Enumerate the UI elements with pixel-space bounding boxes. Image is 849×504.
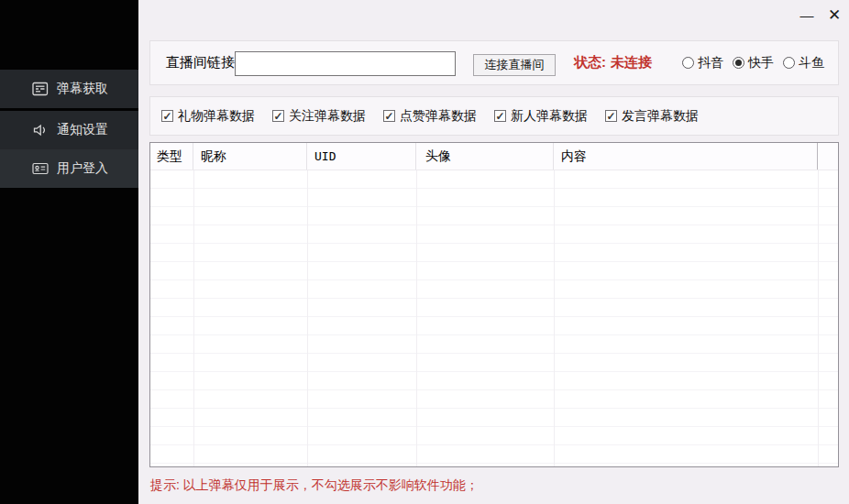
radio-douyin[interactable]: 抖音 <box>682 55 723 71</box>
column-header-content[interactable]: 内容 <box>554 143 818 170</box>
sidebar: 弹幕获取 通知设置 用户登入 <box>0 0 138 504</box>
column-header-type[interactable]: 类型 <box>150 143 193 170</box>
column-gridline <box>554 170 555 466</box>
column-gridline <box>307 170 308 466</box>
app-window: { "window": { "minimize_icon": "—", "clo… <box>0 0 849 504</box>
checkbox-label: 关注弹幕数据 <box>289 108 366 125</box>
checkbox-icon: ✓ <box>605 110 617 122</box>
column-gridline <box>416 170 417 466</box>
footer-hint: 提示: 以上弹幕仅用于展示，不勾选展示不影响软件功能； <box>150 477 479 494</box>
checkbox-label: 礼物弹幕数据 <box>178 108 255 125</box>
checkbox-label: 发言弹幕数据 <box>622 108 699 125</box>
live-link-input[interactable] <box>235 51 456 76</box>
minimize-button[interactable]: — <box>792 2 821 27</box>
status-value: 未连接 <box>611 54 652 71</box>
checkbox-label: 新人弹幕数据 <box>511 108 588 125</box>
status-label: 状态: <box>574 54 606 71</box>
sidebar-item-label: 通知设置 <box>57 122 108 138</box>
sidebar-item-label: 弹幕获取 <box>57 81 108 97</box>
table-body[interactable] <box>150 170 838 466</box>
radio-douyu[interactable]: 斗鱼 <box>783 55 824 71</box>
sidebar-item-notify-settings[interactable]: 通知设置 <box>0 111 138 149</box>
radio-label: 快手 <box>748 55 774 71</box>
checkbox-icon: ✓ <box>161 110 173 122</box>
table-header: 类型 昵称 UID 头像 内容 <box>150 143 838 170</box>
radio-label: 抖音 <box>698 55 723 71</box>
checkbox-follow-danmaku[interactable]: ✓ 关注弹幕数据 <box>272 108 366 125</box>
column-header-filler <box>818 143 838 170</box>
sidebar-item-danmaku-capture[interactable]: 弹幕获取 <box>0 70 138 108</box>
speaker-icon <box>32 123 49 137</box>
platform-radio-group: 抖音 快手 斗鱼 <box>682 41 824 84</box>
checkbox-gift-danmaku[interactable]: ✓ 礼物弹幕数据 <box>161 108 255 125</box>
checkbox-chat-danmaku[interactable]: ✓ 发言弹幕数据 <box>605 108 699 125</box>
connection-panel: 直播间链接: 连接直播间 状态: 未连接 抖音 快手 斗鱼 <box>149 40 839 85</box>
radio-label: 斗鱼 <box>799 55 824 71</box>
checkbox-label: 点赞弹幕数据 <box>400 108 477 125</box>
column-header-avatar[interactable]: 头像 <box>416 143 554 170</box>
column-header-nickname[interactable]: 昵称 <box>193 143 307 170</box>
column-gridline <box>193 170 194 466</box>
checkbox-icon: ✓ <box>272 110 284 122</box>
radio-circle-icon <box>682 57 694 69</box>
sidebar-item-label: 用户登入 <box>57 160 108 177</box>
sidebar-item-user-login[interactable]: 用户登入 <box>0 149 138 188</box>
id-card-icon <box>32 161 49 176</box>
checkbox-icon: ✓ <box>494 110 506 122</box>
close-icon: ✕ <box>828 5 841 25</box>
checkbox-icon: ✓ <box>383 110 395 122</box>
radio-circle-icon <box>733 57 744 69</box>
radio-circle-icon <box>783 57 795 69</box>
live-link-label: 直播间链接: <box>166 41 238 84</box>
checkbox-like-danmaku[interactable]: ✓ 点赞弹幕数据 <box>383 108 477 125</box>
minimize-icon: — <box>800 7 814 23</box>
checkbox-newcomer-danmaku[interactable]: ✓ 新人弹幕数据 <box>494 108 588 125</box>
connect-room-button[interactable]: 连接直播间 <box>473 54 556 76</box>
danmaku-list-icon <box>32 82 49 96</box>
column-gridline <box>818 170 819 466</box>
connection-status: 状态: 未连接 <box>574 41 652 84</box>
radio-kuaishou[interactable]: 快手 <box>733 55 774 71</box>
filter-panel: ✓ 礼物弹幕数据 ✓ 关注弹幕数据 ✓ 点赞弹幕数据 ✓ 新人弹幕数据 ✓ 发言… <box>149 96 839 136</box>
danmaku-table: 类型 昵称 UID 头像 内容 <box>149 142 839 467</box>
column-header-uid[interactable]: UID <box>307 143 416 170</box>
close-button[interactable]: ✕ <box>820 2 849 27</box>
